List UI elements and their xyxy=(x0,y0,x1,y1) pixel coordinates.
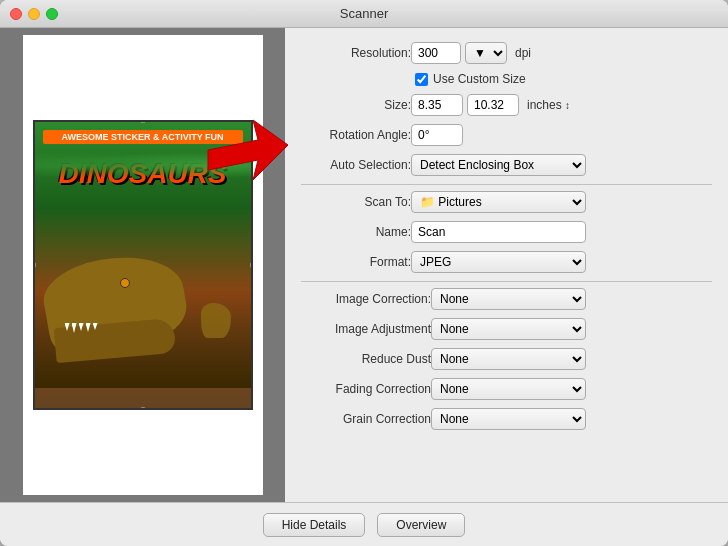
custom-size-checkbox[interactable] xyxy=(415,73,428,86)
settings-panel: Resolution: ▼ dpi Use Custom Size Size: xyxy=(285,28,728,502)
format-dropdown[interactable]: JPEG xyxy=(411,251,586,273)
image-correction-row: Image Correction: None xyxy=(301,288,712,310)
auto-selection-label: Auto Selection: xyxy=(301,158,411,172)
auto-selection-controls: Detect Enclosing Box xyxy=(411,154,712,176)
fading-correction-dropdown[interactable]: None xyxy=(431,378,586,400)
name-label: Name: xyxy=(301,225,411,239)
reduce-dust-row: Reduce Dust None xyxy=(301,348,712,370)
maximize-button[interactable] xyxy=(46,8,58,20)
divider-2 xyxy=(301,281,712,282)
traffic-lights xyxy=(10,8,58,20)
name-row: Name: xyxy=(301,221,712,243)
svg-marker-0 xyxy=(208,120,288,180)
image-correction-controls: None xyxy=(431,288,712,310)
fading-correction-controls: None xyxy=(431,378,712,400)
main-content: AWESOME STICKER & ACTIVITY FUN DINOSAURS xyxy=(0,28,728,502)
image-adjustment-dropdown[interactable]: None xyxy=(431,318,586,340)
grain-correction-dropdown[interactable]: None xyxy=(431,408,586,430)
hide-details-button[interactable]: Hide Details xyxy=(263,513,366,537)
divider-1 xyxy=(301,184,712,185)
fading-correction-label: Fading Correction xyxy=(301,382,431,396)
size-controls: inches ↕ xyxy=(411,94,712,116)
rotation-controls xyxy=(411,124,712,146)
format-row: Format: JPEG xyxy=(301,251,712,273)
red-arrow xyxy=(203,115,293,195)
dpi-label: dpi xyxy=(515,46,531,60)
format-controls: JPEG xyxy=(411,251,712,273)
bottom-bar: Hide Details Overview xyxy=(0,502,728,546)
name-input[interactable] xyxy=(411,221,586,243)
overview-button[interactable]: Overview xyxy=(377,513,465,537)
reduce-dust-label: Reduce Dust xyxy=(301,352,431,366)
image-adjustment-controls: None xyxy=(431,318,712,340)
rotation-label: Rotation Angle: xyxy=(301,128,411,142)
title-bar: Scanner xyxy=(0,0,728,28)
image-adjustment-row: Image Adjustment None xyxy=(301,318,712,340)
minimize-button[interactable] xyxy=(28,8,40,20)
grain-correction-controls: None xyxy=(431,408,712,430)
scan-preview-area: AWESOME STICKER & ACTIVITY FUN DINOSAURS xyxy=(23,35,263,495)
reduce-dust-controls: None xyxy=(431,348,712,370)
size-width-input[interactable] xyxy=(411,94,463,116)
reduce-dust-dropdown[interactable]: None xyxy=(431,348,586,370)
scanner-window: Scanner AWESOME STICKER & ACTIVITY FUN D… xyxy=(0,0,728,546)
scan-to-controls: 📁 Pictures xyxy=(411,191,712,213)
resolution-input[interactable] xyxy=(411,42,461,64)
size-row: Size: inches ↕ xyxy=(301,94,712,116)
image-correction-label: Image Correction: xyxy=(301,292,431,306)
format-label: Format: xyxy=(301,255,411,269)
size-label: Size: xyxy=(301,98,411,112)
window-title: Scanner xyxy=(340,6,388,21)
auto-selection-dropdown[interactable]: Detect Enclosing Box xyxy=(411,154,586,176)
custom-size-row: Use Custom Size xyxy=(301,72,712,86)
image-correction-dropdown[interactable]: None xyxy=(431,288,586,310)
grain-correction-row: Grain Correction None xyxy=(301,408,712,430)
fading-correction-row: Fading Correction None xyxy=(301,378,712,400)
scan-to-dropdown[interactable]: 📁 Pictures xyxy=(411,191,586,213)
size-height-input[interactable] xyxy=(467,94,519,116)
resolution-controls: ▼ dpi xyxy=(411,42,712,64)
auto-selection-row: Auto Selection: Detect Enclosing Box xyxy=(301,154,712,176)
units-label: inches ↕ xyxy=(527,98,570,112)
preview-panel: AWESOME STICKER & ACTIVITY FUN DINOSAURS xyxy=(0,28,285,502)
grain-correction-label: Grain Correction xyxy=(301,412,431,426)
resolution-dropdown[interactable]: ▼ xyxy=(465,42,507,64)
resolution-row: Resolution: ▼ dpi xyxy=(301,42,712,64)
scan-to-row: Scan To: 📁 Pictures xyxy=(301,191,712,213)
scan-to-label: Scan To: xyxy=(301,195,411,209)
name-controls xyxy=(411,221,712,243)
rotation-input[interactable] xyxy=(411,124,463,146)
close-button[interactable] xyxy=(10,8,22,20)
resolution-label: Resolution: xyxy=(301,46,411,60)
rotation-row: Rotation Angle: xyxy=(301,124,712,146)
image-adjustment-label: Image Adjustment xyxy=(301,322,431,336)
custom-size-label: Use Custom Size xyxy=(433,72,526,86)
